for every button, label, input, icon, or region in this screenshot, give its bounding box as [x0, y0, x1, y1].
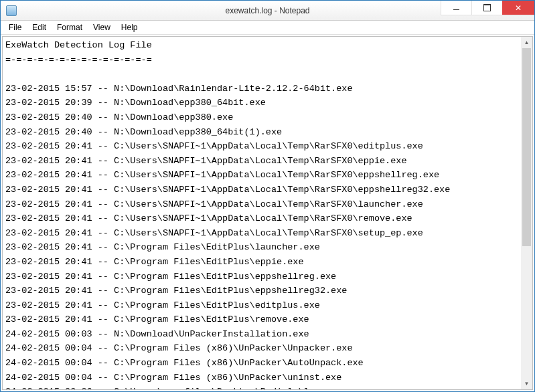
- scroll-up-button[interactable]: ▲: [521, 37, 532, 48]
- titlebar[interactable]: exewatch.log - Notepad: [1, 1, 534, 21]
- editor-wrap: ExeWatch Detection Log File =-=-=-=-=-=-…: [2, 36, 533, 390]
- window-controls: [441, 1, 534, 15]
- window-title: exewatch.log - Notepad: [225, 6, 309, 15]
- menu-help[interactable]: Help: [116, 21, 143, 33]
- menu-format[interactable]: Format: [52, 21, 88, 33]
- menu-file[interactable]: File: [3, 21, 27, 33]
- scroll-thumb[interactable]: [522, 48, 531, 246]
- scroll-track[interactable]: [521, 48, 532, 378]
- app-icon: [6, 5, 17, 16]
- menubar: File Edit Format View Help: [1, 21, 534, 35]
- close-button[interactable]: [502, 1, 534, 15]
- menu-edit[interactable]: Edit: [27, 21, 52, 33]
- text-editor[interactable]: ExeWatch Detection Log File =-=-=-=-=-=-…: [3, 37, 521, 389]
- vertical-scrollbar: ▲ ▼: [521, 37, 532, 389]
- menu-view[interactable]: View: [88, 21, 116, 33]
- maximize-button[interactable]: [471, 1, 502, 15]
- minimize-button[interactable]: [441, 1, 471, 15]
- scroll-down-button[interactable]: ▼: [521, 378, 532, 389]
- notepad-window: exewatch.log - Notepad File Edit Format …: [0, 0, 535, 392]
